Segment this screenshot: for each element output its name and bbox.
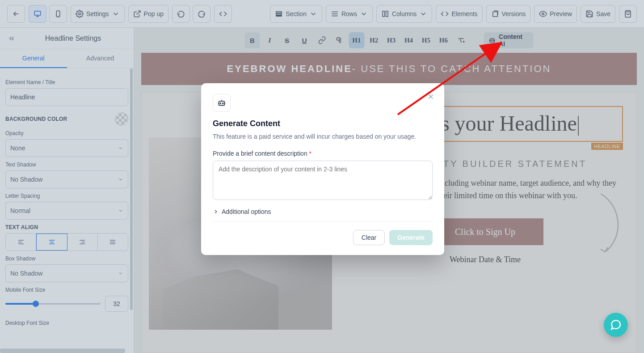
h3-button[interactable]: H3 xyxy=(383,32,399,48)
text-align-group xyxy=(5,233,128,251)
svg-rect-0 xyxy=(34,11,41,15)
svg-point-2 xyxy=(79,13,81,15)
link-button[interactable] xyxy=(314,32,330,48)
desktop-icon xyxy=(34,10,42,18)
sidebar-horizontal-scrollbar[interactable] xyxy=(0,349,125,353)
chat-fab-button[interactable] xyxy=(604,313,628,337)
align-left-button[interactable] xyxy=(6,234,36,251)
text-shadow-select[interactable]: No Shadow xyxy=(5,170,128,188)
redo-button[interactable] xyxy=(193,5,210,23)
eyebrow-rest: - USE THIS TO CATCH ATTENTION xyxy=(352,63,551,75)
box-shadow-select[interactable]: No Shadow xyxy=(5,264,128,282)
paragraph-button[interactable] xyxy=(332,32,347,48)
link-icon xyxy=(318,36,326,44)
svg-point-14 xyxy=(220,103,221,104)
letter-spacing-select[interactable]: Normal xyxy=(5,202,128,220)
mobile-font-size-slider[interactable] xyxy=(5,303,101,305)
content-description-textarea[interactable] xyxy=(213,161,433,200)
modal-close-button[interactable] xyxy=(425,91,436,102)
settings-sidebar: Headline Settings General Advanced Eleme… xyxy=(0,28,134,353)
popup-button[interactable]: Pop up xyxy=(128,5,168,23)
bag-icon xyxy=(624,10,632,18)
box-shadow-label: Box Shadow xyxy=(5,255,128,262)
text-shadow-label: Text Shadow xyxy=(5,162,128,168)
strikethrough-button[interactable]: S xyxy=(279,32,295,48)
eyebrow-headline-bar[interactable]: EYEBROW HEADLINE - USE THIS TO CATCH ATT… xyxy=(141,53,637,85)
columns-button[interactable]: Columns xyxy=(376,5,432,23)
generate-button[interactable]: Generate xyxy=(389,230,433,245)
robot-icon xyxy=(217,98,227,108)
preview-button[interactable]: Preview xyxy=(534,5,577,23)
background-color-swatch[interactable] xyxy=(115,112,128,126)
settings-button[interactable]: Settings xyxy=(71,5,125,23)
save-button[interactable]: Save xyxy=(581,5,615,23)
clear-button[interactable]: Clear xyxy=(353,230,385,245)
content-ai-button[interactable]: Content AI xyxy=(484,32,534,48)
code-button[interactable] xyxy=(214,5,232,23)
element-name-input[interactable] xyxy=(5,88,128,106)
versions-label: Versions xyxy=(502,10,526,17)
bold-button[interactable]: B xyxy=(244,32,260,48)
settings-label: Settings xyxy=(86,10,109,17)
paragraph-icon xyxy=(335,36,343,44)
svg-point-15 xyxy=(223,103,223,104)
rows-button[interactable]: Rows xyxy=(326,5,373,23)
modal-ai-icon xyxy=(213,94,231,112)
mobile-font-size-value[interactable]: 32 xyxy=(105,296,128,312)
italic-button[interactable]: I xyxy=(262,32,278,48)
back-button[interactable] xyxy=(7,5,25,23)
clear-format-icon xyxy=(457,36,465,44)
h6-button[interactable]: H6 xyxy=(436,32,451,48)
align-center-icon xyxy=(48,238,55,246)
preview-label: Preview xyxy=(550,10,572,17)
webinar-datetime-text[interactable]: Webinar Date & Time xyxy=(347,255,623,264)
eyebrow-bold: EYEBROW HEADLINE xyxy=(227,63,352,75)
underline-button[interactable]: U xyxy=(297,32,312,48)
tab-advanced[interactable]: Advanced xyxy=(67,49,134,68)
h4-button[interactable]: H4 xyxy=(401,32,417,48)
cta-button[interactable]: Click to Sign Up xyxy=(427,218,543,245)
rows-icon xyxy=(331,10,339,18)
tab-general[interactable]: General xyxy=(0,49,67,68)
undo-button[interactable] xyxy=(172,5,190,23)
versions-icon xyxy=(491,10,499,18)
align-right-button[interactable] xyxy=(67,234,98,251)
chevron-down-icon xyxy=(118,208,123,213)
align-center-button[interactable] xyxy=(36,234,67,251)
svg-rect-6 xyxy=(383,11,385,17)
save-icon xyxy=(585,10,593,18)
elements-label: Elements xyxy=(451,10,477,17)
clear-format-button[interactable] xyxy=(453,32,469,48)
background-color-label: BACKGROUND COLOR xyxy=(5,116,67,122)
section-icon xyxy=(275,10,283,18)
additional-options-label: Additional options xyxy=(222,208,271,215)
sidebar-scrollbar[interactable] xyxy=(130,68,133,310)
desktop-view-button[interactable] xyxy=(29,5,46,23)
redo-icon xyxy=(198,10,206,18)
versions-button[interactable]: Versions xyxy=(486,5,531,23)
align-justify-button[interactable] xyxy=(98,234,128,251)
top-toolbar: Settings Pop up Section Rows Columns Ele… xyxy=(0,0,644,28)
cart-button[interactable] xyxy=(619,5,637,23)
collapse-sidebar-button[interactable] xyxy=(5,32,18,45)
double-chevron-left-icon xyxy=(8,34,16,43)
robot-icon xyxy=(488,36,496,44)
columns-label: Columns xyxy=(392,10,417,17)
letter-spacing-label: Letter Spacing xyxy=(5,193,128,199)
eye-icon xyxy=(539,10,547,18)
elements-button[interactable]: Elements xyxy=(436,5,482,23)
opacity-select[interactable]: None xyxy=(5,139,128,157)
h5-button[interactable]: H5 xyxy=(418,32,434,48)
svg-point-12 xyxy=(493,40,493,41)
section-button[interactable]: Section xyxy=(270,5,322,23)
chevron-down-icon xyxy=(118,271,123,276)
mobile-view-button[interactable] xyxy=(49,5,67,23)
additional-options-toggle[interactable]: Additional options xyxy=(213,208,433,222)
gear-icon xyxy=(76,10,84,18)
h2-button[interactable]: H2 xyxy=(366,32,382,48)
headline-element-tag: HEADLINE xyxy=(591,143,623,150)
modal-prompt-label: Provide a brief content description * xyxy=(213,150,433,157)
box-shadow-value: No Shadow xyxy=(10,270,42,277)
text-format-bar: B I S U H1 H2 H3 H4 H5 H6 Content AI xyxy=(244,31,534,49)
h1-button[interactable]: H1 xyxy=(349,32,364,48)
